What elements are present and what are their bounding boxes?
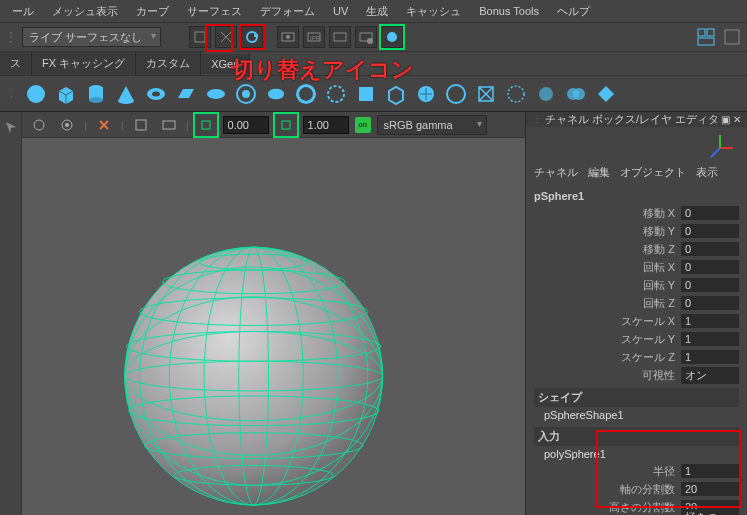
poly-disc-icon[interactable] (205, 83, 227, 105)
svg-point-28 (508, 86, 524, 102)
attr-row: 回転 Y0 (534, 276, 739, 294)
camera-icon[interactable] (28, 114, 50, 136)
menu-surface[interactable]: サーフェス (179, 1, 250, 22)
poly-plane-icon[interactable] (175, 83, 197, 105)
poly-helix-icon[interactable] (325, 83, 347, 105)
viewport-toolbar: | | | 0.00 1.00 on sRGB gamma (22, 112, 525, 138)
attr-value-field[interactable]: 0 (681, 242, 739, 256)
transform-node-name[interactable]: pSphere1 (534, 188, 739, 204)
poly-gear-icon[interactable] (355, 83, 377, 105)
poly-cylinder-icon[interactable] (85, 83, 107, 105)
svg-point-18 (89, 97, 103, 103)
menu-mesh-display[interactable]: メッシュ表示 (44, 1, 126, 22)
colorspace-toggle-icon[interactable]: on (355, 117, 371, 133)
attr-value-field[interactable]: 0 (681, 206, 739, 220)
axis-gizmo-icon (705, 133, 735, 163)
menu-tool[interactable]: ール (4, 1, 42, 22)
panel-tab-object[interactable]: オブジェクト (620, 165, 686, 180)
input-line-toggle-icon[interactable] (241, 26, 263, 48)
attr-value-field[interactable]: 1 (681, 332, 739, 346)
panel-title-bar: ⋮ チャネル ボックス/レイヤ エディタ ▣ ✕ (526, 112, 747, 127)
shelf-tab-fx-caching[interactable]: FX キャッシング (32, 52, 136, 75)
menu-bonus[interactable]: Bonus Tools (471, 2, 547, 20)
grid-icon[interactable] (130, 114, 152, 136)
channel-box-panel: ⋮ チャネル ボックス/レイヤ エディタ ▣ ✕ チャネル 編集 オブジェクト … (525, 112, 747, 515)
attr-value-field[interactable]: 0 (681, 224, 739, 238)
snap-toggle-icon[interactable] (189, 26, 211, 48)
hypershade-icon[interactable] (381, 26, 403, 48)
attr-label: 可視性 (534, 368, 681, 383)
ipr-render-icon[interactable]: IPR (303, 26, 325, 48)
svg-point-32 (34, 120, 44, 130)
menu-curve[interactable]: カーブ (128, 1, 177, 22)
workspace-icon[interactable] (721, 26, 743, 48)
shelf-tab-xgen[interactable]: XGen (201, 54, 250, 74)
shape-section-header[interactable]: シェイプ (534, 388, 739, 407)
poly-prism-icon[interactable] (505, 83, 527, 105)
render-view-icon[interactable] (329, 26, 351, 48)
render-settings-icon[interactable] (355, 26, 377, 48)
poly-sphere-icon[interactable] (25, 83, 47, 105)
viewport-panel: | | | 0.00 1.00 on sRGB gamma (22, 112, 525, 515)
resolution-gate-icon[interactable] (158, 114, 180, 136)
svg-point-39 (125, 247, 383, 505)
input-section-header[interactable]: 入力 (534, 427, 739, 446)
svg-icon[interactable] (475, 83, 497, 105)
keyframe-end-icon[interactable] (275, 114, 297, 136)
poly-superellipse-icon[interactable] (415, 83, 437, 105)
svg-rect-12 (707, 29, 714, 36)
svg-point-31 (573, 88, 585, 100)
attr-value-field[interactable]: 極をのこ… (681, 509, 739, 515)
panel-tab-edit[interactable]: 編集 (588, 165, 610, 180)
viewport-3d[interactable] (22, 138, 525, 515)
poly-cube-icon[interactable] (55, 83, 77, 105)
menu-help[interactable]: ヘルプ (549, 1, 598, 22)
attr-row: 回転 Z0 (534, 294, 739, 312)
keyframe-start-icon[interactable] (195, 114, 217, 136)
view-icon[interactable] (56, 114, 78, 136)
svg-rect-14 (725, 30, 739, 44)
shelf-tab-0[interactable]: ス (0, 52, 32, 75)
attr-value-field[interactable]: 1 (681, 314, 739, 328)
attr-value-field[interactable]: 0 (681, 296, 739, 310)
attr-row: スケール Y1 (534, 330, 739, 348)
panel-tabs: チャネル 編集 オブジェクト 表示 (526, 161, 747, 184)
input-attr-row: 軸の分割数20 (534, 480, 739, 498)
attr-value-field[interactable]: 1 (681, 464, 739, 478)
attr-row: 回転 X0 (534, 258, 739, 276)
poly-platonic-icon[interactable] (235, 83, 257, 105)
range-end-field[interactable]: 1.00 (303, 116, 349, 134)
shelf-tab-custom[interactable]: カスタム (136, 52, 201, 75)
panel-tab-channel[interactable]: チャネル (534, 165, 578, 180)
poly-pyramid-icon[interactable] (265, 83, 287, 105)
sculpt-icon[interactable] (535, 83, 557, 105)
menu-deform[interactable]: デフォーム (252, 1, 323, 22)
poly-pipe-icon[interactable] (295, 83, 317, 105)
poly-type-icon[interactable] (445, 83, 467, 105)
combine-icon[interactable] (565, 83, 587, 105)
panel-dock-icon[interactable]: ▣ ✕ (721, 114, 741, 125)
input-node-name[interactable]: polySphere1 (534, 446, 739, 462)
select-tool-icon[interactable] (0, 116, 22, 138)
attr-value-field[interactable]: 20 (681, 482, 739, 496)
poly-cone-icon[interactable] (115, 83, 137, 105)
menu-uv[interactable]: UV (325, 2, 356, 20)
menu-generate[interactable]: 生成 (358, 1, 396, 22)
poly-soccer-icon[interactable] (385, 83, 407, 105)
colorspace-dropdown[interactable]: sRGB gamma (377, 115, 487, 135)
construction-history-icon[interactable] (215, 26, 237, 48)
attr-value-field[interactable]: オン (681, 367, 739, 384)
panel-tab-display[interactable]: 表示 (696, 165, 718, 180)
poly-torus-icon[interactable] (145, 83, 167, 105)
render-icon[interactable] (277, 26, 299, 48)
gate-icon[interactable] (93, 114, 115, 136)
range-start-field[interactable]: 0.00 (223, 116, 269, 134)
attr-value-field[interactable]: 0 (681, 278, 739, 292)
shape-node-name[interactable]: pSphereShape1 (534, 407, 739, 423)
live-surface-dropdown[interactable]: ライブ サーフェスなし (22, 27, 161, 47)
attr-value-field[interactable]: 0 (681, 260, 739, 274)
menu-cache[interactable]: キャッシュ (398, 1, 469, 22)
panel-layout-icon[interactable] (695, 26, 717, 48)
attr-value-field[interactable]: 1 (681, 350, 739, 364)
separate-icon[interactable] (595, 83, 617, 105)
